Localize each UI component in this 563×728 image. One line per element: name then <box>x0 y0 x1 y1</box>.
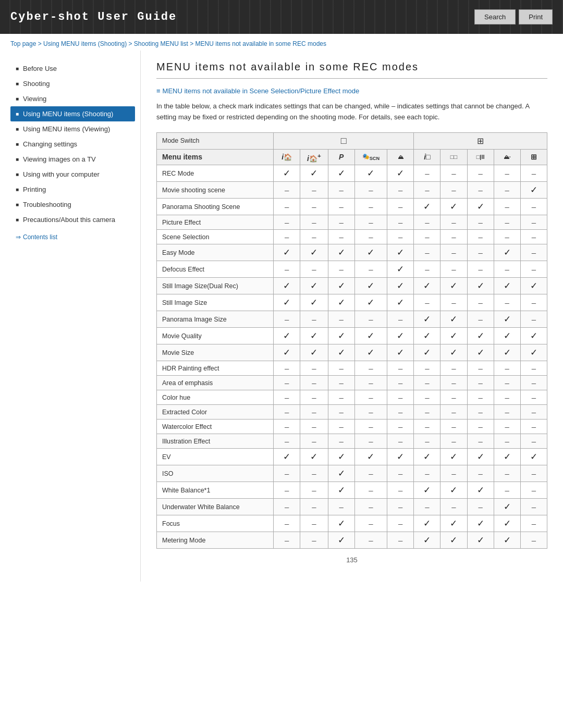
sidebar-item-precautions[interactable]: ■ Precautions/About this camera <box>10 212 135 227</box>
cell-value: ✓ <box>387 294 414 311</box>
cell-value: – <box>274 199 300 215</box>
table-row: White Balance*1––✓––✓✓✓–– <box>157 482 547 499</box>
sidebar-item-printing[interactable]: ■ Printing <box>10 182 135 197</box>
cell-value: – <box>300 482 328 499</box>
cell-value: – <box>467 465 494 482</box>
sidebar: ■ Before Use ■ Shooting ■ Viewing ■ Usin… <box>0 51 141 582</box>
table-row: Illustration Effect–––––––––– <box>157 434 547 449</box>
breadcrumb-current[interactable]: MENU items not available in some REC mod… <box>195 40 326 47</box>
sidebar-item-changing-settings[interactable]: ■ Changing settings <box>10 137 135 152</box>
table-menu-items-row: Menu items i🏠 i🏠+ P 🎭SCN ⛰ i□ □□ □|ll ⛰·… <box>157 149 547 165</box>
cell-value: – <box>494 376 520 390</box>
cell-value: – <box>274 390 300 405</box>
cell-value: ✓ <box>300 278 328 294</box>
cell-value: ✓ <box>414 482 440 499</box>
cell-value: – <box>300 515 328 532</box>
cell-value: – <box>328 376 354 390</box>
cell-value: – <box>300 499 328 515</box>
cell-value: – <box>467 215 494 230</box>
cell-value: – <box>300 465 328 482</box>
cell-value: ✓ <box>300 344 328 361</box>
bullet-icon: ■ <box>16 96 19 102</box>
cell-value: – <box>328 230 354 244</box>
cell-value: ✓ <box>387 261 414 278</box>
bullet-icon: ■ <box>16 126 19 132</box>
cell-value: ✓ <box>328 465 354 482</box>
cell-value: ✓ <box>354 328 387 344</box>
content-area: MENU items not available in some REC mod… <box>141 51 563 582</box>
contents-list-link[interactable]: ⇒ Contents list <box>10 231 135 243</box>
breadcrumb-using-menu[interactable]: Using MENU items (Shooting) <box>43 40 127 47</box>
cell-value: – <box>328 182 354 199</box>
table-row: Panorama Image Size–––––✓✓–✓– <box>157 311 547 328</box>
print-button[interactable]: Print <box>519 9 553 24</box>
cell-value: – <box>274 230 300 244</box>
cell-value: – <box>328 215 354 230</box>
cell-value: ✓ <box>387 449 414 465</box>
cell-value: ✓ <box>494 499 520 515</box>
row-label: Extracted Color <box>157 405 274 419</box>
cell-value: ✓ <box>328 165 354 182</box>
sidebar-item-using-menu-shooting[interactable]: ■ Using MENU items (Shooting) <box>10 106 135 121</box>
table-row: Movie Quality✓✓✓✓✓✓✓✓✓✓ <box>157 328 547 344</box>
rec-modes-table: Mode Switch □ ⊞ Menu items i🏠 i🏠+ P 🎭SCN… <box>156 132 547 549</box>
cell-value: ✓ <box>328 244 354 261</box>
row-label: EV <box>157 449 274 465</box>
breadcrumb-top[interactable]: Top page <box>10 40 36 47</box>
cell-value: – <box>467 182 494 199</box>
cell-value: – <box>467 361 494 376</box>
cell-value: ✓ <box>440 328 467 344</box>
cell-value: ✓ <box>520 278 547 294</box>
cell-value: – <box>414 244 440 261</box>
cell-value: ✓ <box>520 328 547 344</box>
cell-value: – <box>300 405 328 419</box>
sidebar-item-viewing[interactable]: ■ Viewing <box>10 91 135 106</box>
sidebar-item-viewing-tv[interactable]: ■ Viewing images on a TV <box>10 152 135 167</box>
row-label: Movie Size <box>157 344 274 361</box>
cell-value: – <box>387 199 414 215</box>
cell-value: ✓ <box>354 278 387 294</box>
cell-value: – <box>274 419 300 434</box>
cell-value: – <box>300 376 328 390</box>
cell-value: ✓ <box>467 482 494 499</box>
cell-value: – <box>328 199 354 215</box>
row-label: Color hue <box>157 390 274 405</box>
section-link[interactable]: ≡ MENU items not available in Scene Sele… <box>156 87 547 95</box>
cell-value: – <box>467 294 494 311</box>
cell-value: – <box>354 405 387 419</box>
cell-value: – <box>520 434 547 449</box>
col-rect-rect: □□ <box>440 149 467 165</box>
cell-value: ✓ <box>414 344 440 361</box>
col-grid: ⊞ <box>520 149 547 165</box>
cell-value: – <box>274 515 300 532</box>
sidebar-item-shooting[interactable]: ■ Shooting <box>10 76 135 91</box>
row-label: Metering Mode <box>157 532 274 549</box>
table-row: Scene Selection–––––––––– <box>157 230 547 244</box>
search-button[interactable]: Search <box>474 9 516 24</box>
cell-value: – <box>300 261 328 278</box>
col-iaplus: i🏠+ <box>300 149 328 165</box>
cell-value: – <box>300 419 328 434</box>
mode-switch-label: Mode Switch <box>157 132 274 149</box>
sidebar-item-before-use[interactable]: ■ Before Use <box>10 61 135 76</box>
cell-value: – <box>520 165 547 182</box>
cell-value: – <box>274 482 300 499</box>
sidebar-item-using-menu-viewing[interactable]: ■ Using MENU items (Viewing) <box>10 121 135 137</box>
cell-value: – <box>520 465 547 482</box>
cell-value: – <box>328 419 354 434</box>
sidebar-item-troubleshooting[interactable]: ■ Troubleshooting <box>10 197 135 212</box>
table-row: Area of emphasis–––––––––– <box>157 376 547 390</box>
cell-value: ✓ <box>467 199 494 215</box>
sidebar-item-using-computer[interactable]: ■ Using with your computer <box>10 167 135 182</box>
cell-value: ✓ <box>387 344 414 361</box>
cell-value: – <box>414 215 440 230</box>
table-row: Defocus Effect––––✓––––– <box>157 261 547 278</box>
cell-value: – <box>274 499 300 515</box>
cell-value: – <box>387 405 414 419</box>
table-row: Underwater White Balance––––––––✓– <box>157 499 547 515</box>
cell-value: – <box>440 499 467 515</box>
cell-value: ✓ <box>494 532 520 549</box>
cell-value: ✓ <box>274 344 300 361</box>
cell-value: – <box>328 434 354 449</box>
breadcrumb-shooting-menu-list[interactable]: Shooting MENU list <box>134 40 188 47</box>
